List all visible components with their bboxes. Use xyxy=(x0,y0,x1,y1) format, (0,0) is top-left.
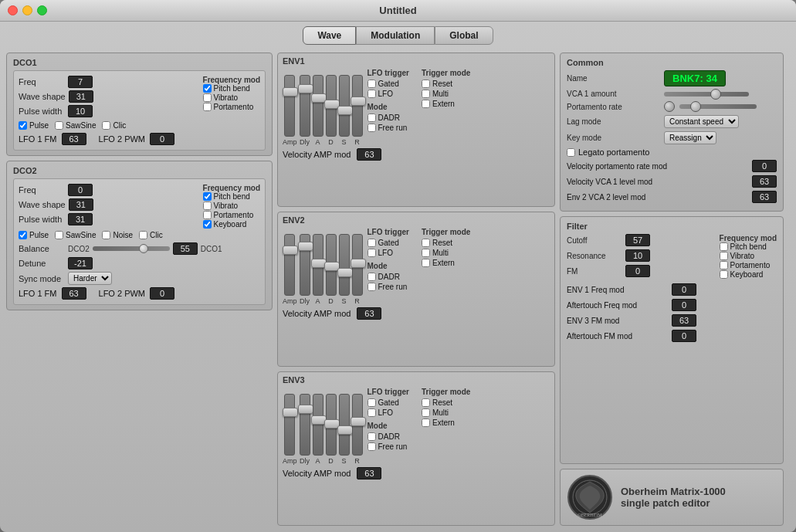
env3-dly-slider[interactable]: Dly xyxy=(300,394,310,465)
minimize-button[interactable] xyxy=(22,5,32,15)
env2-vel-amp-value[interactable]: 63 xyxy=(357,307,381,320)
env1-d-slider[interactable]: D xyxy=(326,75,337,146)
tab-wave[interactable]: Wave xyxy=(303,26,356,45)
dco2-waveshape-value[interactable]: 31 xyxy=(69,198,93,211)
env3-trig-reset-cb[interactable] xyxy=(422,398,430,407)
dco1-panel: DCO1 Freq 7 Wave shape 31 xyxy=(6,53,273,156)
filter-resonance-value[interactable]: 10 xyxy=(625,249,650,262)
common-name-value[interactable]: BNK7: 34 xyxy=(664,70,726,86)
dco2-pitchbend-cb[interactable] xyxy=(203,192,212,201)
dco2-noise-cb[interactable] xyxy=(102,231,110,239)
dco2-freq-value[interactable]: 0 xyxy=(68,184,93,196)
env1-trig-multi-cb[interactable] xyxy=(422,90,430,98)
dco2-pitchbend-label: Pitch bend xyxy=(214,192,250,201)
dco2-pulse-cb[interactable] xyxy=(19,231,27,239)
filter-fm-value[interactable]: 0 xyxy=(625,265,650,277)
env1-lfo-lfo-cb[interactable] xyxy=(368,90,376,98)
filter-cutoff-value[interactable]: 57 xyxy=(625,234,650,246)
env3-r-slider[interactable]: R xyxy=(352,394,363,465)
dco1-lfo2pwm-value[interactable]: 0 xyxy=(150,133,174,145)
env1-mode-freerun-cb[interactable] xyxy=(368,124,376,132)
dco2-keyboard-cb[interactable] xyxy=(203,220,212,229)
dco1-portamento-cb[interactable] xyxy=(203,103,212,111)
env1-mode-dadr-cb[interactable] xyxy=(368,114,376,122)
env2-s-slider[interactable]: S xyxy=(339,234,350,305)
env2-a-slider[interactable]: A xyxy=(313,234,323,305)
vca1-amount-slider[interactable] xyxy=(664,92,749,97)
maximize-button[interactable] xyxy=(37,5,47,15)
env2-amp-slider[interactable]: Amp xyxy=(283,234,297,305)
dco2-keyboard-label: Keyboard xyxy=(214,220,247,229)
dco2-balance-value[interactable]: 55 xyxy=(173,242,198,255)
env2-trig-multi-cb[interactable] xyxy=(422,249,430,257)
env2-lfo-lfo-cb[interactable] xyxy=(368,249,376,257)
dco1-pulsewidth-value[interactable]: 10 xyxy=(68,105,93,117)
env3-s-slider[interactable]: S xyxy=(339,394,350,465)
env2-mode-dadr-cb[interactable] xyxy=(368,273,376,281)
dco1-vibrato-cb[interactable] xyxy=(203,93,212,102)
filter-pitchbend-cb[interactable] xyxy=(720,242,728,251)
dco1-waveshape-value[interactable]: 31 xyxy=(69,90,93,103)
tab-modulation[interactable]: Modulation xyxy=(356,26,435,45)
filter-keyboard-cb[interactable] xyxy=(720,270,728,279)
portamento-rate-knob[interactable] xyxy=(664,101,675,112)
portamento-rate-slider[interactable] xyxy=(679,104,757,109)
dco2-pulsewidth-value[interactable]: 31 xyxy=(68,213,93,225)
env2-d-slider[interactable]: D xyxy=(326,234,337,305)
env3-a-slider[interactable]: A xyxy=(313,394,323,465)
env3-trig-multi-cb[interactable] xyxy=(422,408,430,417)
env3-trig-extern-cb[interactable] xyxy=(422,418,430,427)
env2-trig-extern-cb[interactable] xyxy=(422,259,430,267)
dco2-lfo2pwm-value[interactable]: 0 xyxy=(150,287,174,300)
env2-vca2-value[interactable]: 63 xyxy=(752,191,777,203)
env1-s-slider[interactable]: S xyxy=(339,75,350,146)
env1-freq-mod-value[interactable]: 0 xyxy=(672,283,696,296)
env3-mode-dadr-cb[interactable] xyxy=(368,432,376,441)
aftertouch-freq-value[interactable]: 0 xyxy=(672,299,696,311)
dco2-balance-slider[interactable] xyxy=(93,246,170,251)
lag-mode-select[interactable]: Constant speed Exp Linear xyxy=(664,115,739,128)
tab-global[interactable]: Global xyxy=(435,26,493,45)
filter-portamento-cb[interactable] xyxy=(720,261,728,269)
env2-mode-freerun-cb[interactable] xyxy=(368,283,376,291)
vel-vca1-value[interactable]: 63 xyxy=(752,175,777,188)
dco2-vibrato-cb[interactable] xyxy=(203,202,212,210)
aftertouch-fm-value[interactable]: 0 xyxy=(672,330,696,342)
filter-vibrato-cb[interactable] xyxy=(720,252,728,260)
env3-lfo-lfo-cb[interactable] xyxy=(368,408,376,417)
env2-dly-slider[interactable]: Dly xyxy=(300,234,310,305)
dco1-lfo1fm-value[interactable]: 63 xyxy=(62,133,86,145)
env1-a-slider[interactable]: A xyxy=(313,75,323,146)
dco1-pulse-cb[interactable] xyxy=(19,121,27,130)
env1-r-slider[interactable]: R xyxy=(352,75,363,146)
env3-amp-slider[interactable]: Amp xyxy=(283,394,297,465)
env3-lfo-gated-cb[interactable] xyxy=(368,398,376,407)
env3-vel-amp-value[interactable]: 63 xyxy=(357,467,381,479)
dco1-freq-value[interactable]: 7 xyxy=(68,76,93,88)
dco2-clic-cb[interactable] xyxy=(139,231,147,239)
legato-cb[interactable] xyxy=(567,148,575,157)
env2-r-slider[interactable]: R xyxy=(352,234,363,305)
dco1-clic-cb[interactable] xyxy=(102,121,110,130)
env1-trig-reset-cb[interactable] xyxy=(422,80,430,88)
dco2-lfo1fm-value[interactable]: 63 xyxy=(62,287,86,300)
dco2-portamento-cb[interactable] xyxy=(203,211,212,219)
env1-lfo-gated-cb[interactable] xyxy=(368,80,376,88)
dco2-sawsine-cb[interactable] xyxy=(55,231,63,239)
dco2-detune-value[interactable]: -21 xyxy=(68,257,93,269)
env1-dly-slider[interactable]: Dly xyxy=(300,75,310,146)
env1-trig-extern-cb[interactable] xyxy=(422,100,430,108)
env2-lfo-gated-cb[interactable] xyxy=(368,239,376,247)
env2-trig-reset-cb[interactable] xyxy=(422,239,430,247)
env1-amp-slider[interactable]: Amp xyxy=(283,75,297,146)
env3-fm-value[interactable]: 63 xyxy=(672,314,696,327)
env1-vel-amp-value[interactable]: 63 xyxy=(357,148,381,161)
close-button[interactable] xyxy=(8,5,18,15)
env3-mode-freerun-cb[interactable] xyxy=(368,442,376,451)
vel-portamento-value[interactable]: 0 xyxy=(752,160,777,172)
dco2-syncmode-select[interactable]: Off Soft Harder Hard xyxy=(68,272,112,285)
key-mode-select[interactable]: Reassign Rotate Unison xyxy=(664,131,716,144)
dco1-sawsine-cb[interactable] xyxy=(55,121,63,130)
env3-d-slider[interactable]: D xyxy=(326,394,337,465)
dco1-pitchbend-cb[interactable] xyxy=(203,84,212,93)
